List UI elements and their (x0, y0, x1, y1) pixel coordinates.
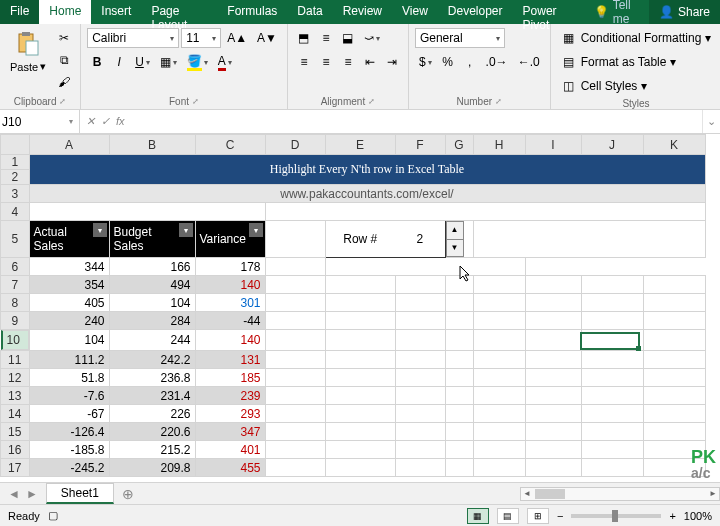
table-row[interactable]: 8405104301 (1, 294, 706, 312)
col-header[interactable]: D (265, 135, 325, 155)
add-sheet-button[interactable]: ⊕ (114, 486, 142, 502)
zoom-level[interactable]: 100% (684, 510, 712, 522)
underline-button[interactable]: U▾ (131, 52, 154, 72)
sheet-tab[interactable]: Sheet1 (46, 483, 114, 504)
cell[interactable]: -44 (195, 312, 265, 330)
font-size-select[interactable]: 11▾ (181, 28, 221, 48)
indent-dec-btn[interactable]: ⇤ (360, 52, 380, 72)
cancel-icon[interactable]: ✕ (86, 115, 95, 128)
rownum-label-cell[interactable]: Row # (325, 221, 395, 258)
number-format-select[interactable]: General▾ (415, 28, 505, 48)
cell[interactable]: 242.2 (109, 351, 195, 369)
table-row[interactable]: 13-7.6231.4239 (1, 387, 706, 405)
cut-button[interactable]: ✂ (54, 28, 74, 48)
shrink-font-button[interactable]: A▼ (253, 28, 281, 48)
zoom-in-btn[interactable]: + (669, 510, 675, 522)
cell[interactable]: 284 (109, 312, 195, 330)
cell[interactable]: 220.6 (109, 423, 195, 441)
row-header[interactable]: 7 (1, 276, 30, 294)
col-header[interactable]: F (395, 135, 445, 155)
next-sheet-icon[interactable]: ► (26, 487, 38, 501)
expand-formula-btn[interactable]: ⌄ (702, 110, 720, 133)
row-header[interactable]: 8 (1, 294, 30, 312)
row-header[interactable]: 9 (1, 312, 30, 330)
table-row[interactable]: 1251.8236.8185 (1, 369, 706, 387)
zoom-thumb[interactable] (612, 510, 618, 522)
row-header[interactable]: 2 (1, 170, 30, 185)
tab-home[interactable]: Home (39, 0, 91, 24)
macro-record-icon[interactable]: ▢ (48, 509, 58, 522)
cell[interactable]: 231.4 (109, 387, 195, 405)
inc-decimal-btn[interactable]: .0→ (482, 52, 512, 72)
cell[interactable]: -7.6 (29, 387, 109, 405)
row-header[interactable]: 6 (1, 258, 30, 276)
table-row[interactable]: 6344166178 (1, 258, 706, 276)
cell[interactable]: 111.2 (29, 351, 109, 369)
cell-styles-btn[interactable]: ◫Cell Styles▾ (557, 76, 652, 96)
tab-formulas[interactable]: Formulas (217, 0, 287, 24)
row-header[interactable]: 12 (1, 369, 30, 387)
cell[interactable]: 226 (109, 405, 195, 423)
row-header[interactable]: 11 (1, 351, 30, 369)
cell[interactable]: 240 (29, 312, 109, 330)
font-name-select[interactable]: Calibri▾ (87, 28, 179, 48)
dec-decimal-btn[interactable]: ←.0 (514, 52, 544, 72)
chevron-down-icon[interactable]: ▾ (69, 117, 77, 126)
comma-btn[interactable]: , (460, 52, 480, 72)
cell[interactable]: 215.2 (109, 441, 195, 459)
col-header[interactable]: H (473, 135, 525, 155)
cell[interactable]: 293 (195, 405, 265, 423)
filter-icon[interactable]: ▾ (179, 223, 193, 237)
align-left-btn[interactable]: ≡ (294, 52, 314, 72)
tab-file[interactable]: File (0, 0, 39, 24)
spin-down-icon[interactable]: ▼ (447, 240, 463, 257)
cell[interactable]: -245.2 (29, 459, 109, 477)
table-row[interactable]: 11111.2242.2131 (1, 351, 706, 369)
row-header[interactable]: 14 (1, 405, 30, 423)
cell[interactable]: 354 (29, 276, 109, 294)
grid-area[interactable]: A B C D E F G H I J K 1Highlight Every N… (0, 134, 720, 482)
zoom-out-btn[interactable]: − (557, 510, 563, 522)
cell[interactable]: 104 (29, 330, 109, 351)
scroll-thumb[interactable] (535, 489, 565, 499)
tab-insert[interactable]: Insert (91, 0, 141, 24)
italic-button[interactable]: I (109, 52, 129, 72)
tab-power-pivot[interactable]: Power Pivot (513, 0, 586, 24)
col-header[interactable]: K (643, 135, 705, 155)
spreadsheet-grid[interactable]: A B C D E F G H I J K 1Highlight Every N… (0, 134, 706, 477)
table-header[interactable]: Budget Sales▾ (109, 221, 195, 258)
tab-view[interactable]: View (392, 0, 438, 24)
cell[interactable]: 236.8 (109, 369, 195, 387)
font-color-button[interactable]: A▾ (214, 52, 236, 72)
cell[interactable]: 140 (195, 276, 265, 294)
horizontal-scrollbar[interactable]: ◄► (520, 487, 720, 501)
percent-btn[interactable]: % (438, 52, 458, 72)
col-header[interactable]: G (445, 135, 473, 155)
table-row[interactable]: 10104244140 (1, 330, 706, 351)
cell[interactable]: 344 (29, 258, 109, 276)
cell[interactable]: -185.8 (29, 441, 109, 459)
prev-sheet-icon[interactable]: ◄ (8, 487, 20, 501)
name-box[interactable]: ▾ (0, 110, 80, 133)
paste-button[interactable]: Paste▾ (6, 28, 50, 75)
tell-me[interactable]: 💡 Tell me (586, 0, 649, 24)
cell[interactable]: 494 (109, 276, 195, 294)
cell[interactable]: 301 (195, 294, 265, 312)
spin-up-icon[interactable]: ▲ (447, 222, 463, 240)
rownum-spinner[interactable]: ▲▼ (446, 221, 464, 257)
align-bot-btn[interactable]: ⬓ (338, 28, 358, 48)
cell[interactable]: 140 (195, 330, 265, 351)
tab-data[interactable]: Data (287, 0, 332, 24)
rownum-value-cell[interactable]: 2 (395, 221, 445, 258)
cell[interactable]: 104 (109, 294, 195, 312)
indent-inc-btn[interactable]: ⇥ (382, 52, 402, 72)
row-header[interactable]: 3 (1, 185, 30, 203)
enter-icon[interactable]: ✓ (101, 115, 110, 128)
conditional-formatting-btn[interactable]: ▦Conditional Formatting▾ (557, 28, 716, 48)
row-header[interactable]: 10 (1, 330, 29, 350)
cell[interactable]: 51.8 (29, 369, 109, 387)
zoom-slider[interactable] (571, 514, 661, 518)
align-top-btn[interactable]: ⬒ (294, 28, 314, 48)
align-right-btn[interactable]: ≡ (338, 52, 358, 72)
share-button[interactable]: 👤 Share (649, 0, 720, 24)
